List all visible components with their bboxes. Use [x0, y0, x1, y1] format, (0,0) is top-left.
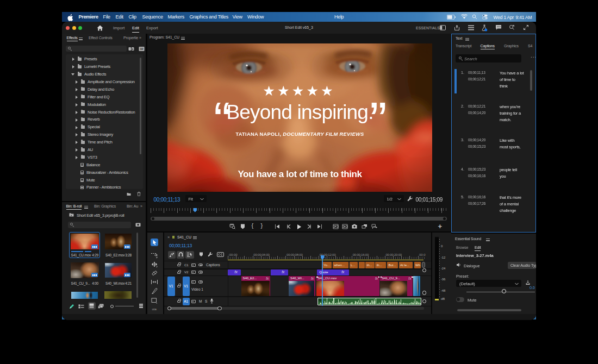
svg-text:32: 32: [140, 47, 143, 51]
